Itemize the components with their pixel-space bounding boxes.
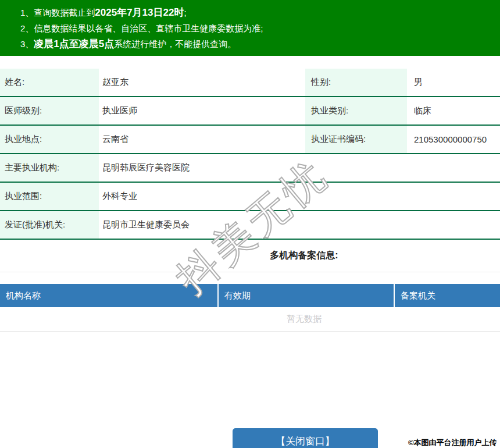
field-label: 执业证书编码:	[305, 126, 407, 153]
field-label: 姓名:	[0, 69, 99, 96]
field-value: 执业医师	[99, 97, 305, 125]
field-label: 性别:	[305, 69, 407, 96]
field-label: 主要执业机构:	[0, 154, 99, 182]
notice-line-1: 1、查询数据截止到2025年7月13日22时;	[20, 5, 500, 20]
field-value: 昆明市卫生健康委员会	[99, 211, 500, 239]
field-value: 男	[407, 69, 500, 96]
query-result-page: 1、查询数据截止到2025年7月13日22时; 2、信息数据结果以各省、自治区、…	[0, 0, 500, 448]
field-value: 昆明韩辰医疗美容医院	[99, 154, 500, 182]
table-row: 执业范围: 外科专业	[0, 183, 500, 211]
field-value: 云南省	[99, 126, 305, 153]
column-header-org-name: 机构名称	[0, 284, 217, 307]
field-label: 发证(批准)机关:	[0, 211, 99, 239]
empty-data-placeholder: 暂无数据	[0, 307, 500, 332]
column-header-validity: 有效期	[217, 284, 394, 307]
field-value: 外科专业	[99, 183, 500, 210]
field-value: 赵亚东	[99, 69, 305, 96]
field-value: 210530000000750	[407, 126, 500, 153]
table-row: 主要执业机构: 昆明韩辰医疗美容医院	[0, 154, 500, 183]
upload-credit-text: ©本图由平台注册用户上传	[408, 438, 497, 448]
table-row: 发证(批准)机关: 昆明市卫生健康委员会	[0, 211, 500, 240]
table-row: 执业地点: 云南省 执业证书编码: 210530000000750	[0, 126, 500, 154]
column-header-filing-authority: 备案机关	[394, 284, 500, 307]
field-label: 执业地点:	[0, 126, 99, 153]
multi-org-section-title: 多机构备案信息:	[0, 240, 500, 272]
field-label: 执业范围:	[0, 183, 99, 210]
multi-org-table-header: 机构名称 有效期 备案机关	[0, 284, 500, 307]
close-window-button[interactable]: 【关闭窗口】	[233, 428, 378, 448]
notice-banner: 1、查询数据截止到2025年7月13日22时; 2、信息数据结果以各省、自治区、…	[0, 0, 500, 56]
table-row: 姓名: 赵亚东 性别: 男	[0, 69, 500, 97]
field-value: 临床	[407, 97, 500, 125]
field-label: 医师级别:	[0, 97, 99, 125]
table-row: 医师级别: 执业医师 执业类别: 临床	[0, 97, 500, 126]
practitioner-info-table: 姓名: 赵亚东 性别: 男 医师级别: 执业医师 执业类别: 临床 执业地点: …	[0, 69, 500, 240]
field-label: 执业类别:	[305, 97, 407, 125]
notice-line-3: 3、凌晨1点至凌晨5点系统进行维护，不能提供查询。	[20, 36, 500, 52]
notice-line-2: 2、信息数据结果以各省、自治区、直辖市卫生健康委数据为准;	[20, 20, 500, 36]
